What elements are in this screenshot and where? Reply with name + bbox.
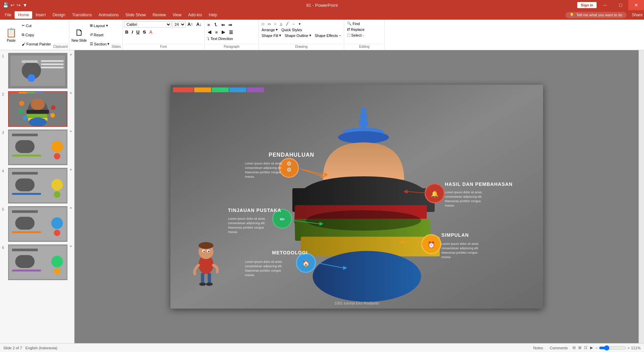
svg-text:Maecenas   porttitor   congue: Maecenas porttitor congue (245, 171, 281, 174)
slide-thumb-4[interactable] (8, 168, 67, 203)
slide-thumb-6[interactable] (8, 245, 67, 280)
view-slide-icon[interactable]: ⊞ (578, 346, 581, 350)
paste-button[interactable]: 📋 Paste (3, 21, 20, 48)
svg-rect-33 (12, 193, 41, 195)
shape-fill-button[interactable]: Shape Fill ▾ (260, 33, 283, 38)
share-button[interactable]: Share (632, 13, 643, 17)
numbering-button[interactable]: ⒈ (212, 21, 219, 28)
svg-text:Lorem ipsum dolor sit amet,: Lorem ipsum dolor sit amet, (441, 242, 479, 246)
bold-button[interactable]: B (124, 29, 130, 35)
view-presenter-icon[interactable]: ▶ (590, 346, 593, 350)
menu-addins[interactable]: Add-ins (185, 11, 206, 19)
zoom-out-button[interactable]: − (596, 346, 598, 350)
line-shape[interactable]: ╱ (285, 21, 290, 26)
decrease-font-button[interactable]: A↓ (195, 21, 203, 27)
zoom-level[interactable]: 111% (631, 346, 641, 350)
more-shapes[interactable]: ▾ (297, 21, 302, 26)
increase-indent-button[interactable]: ⇒ (227, 22, 233, 28)
font-name-select[interactable]: Calibri (124, 21, 171, 27)
section-button[interactable]: ☰ Section ▾ (88, 41, 111, 46)
roundrect-shape[interactable]: ▭ (266, 21, 272, 26)
align-right-button[interactable]: ⫸ (220, 29, 227, 36)
save-icon[interactable]: 💾 (3, 2, 8, 8)
oval-shape[interactable]: ○ (272, 21, 278, 26)
signin-button[interactable]: Sign in (577, 2, 597, 8)
rect-shape[interactable]: □ (260, 21, 266, 26)
strikethrough-button[interactable]: S (142, 29, 147, 35)
new-slide-button[interactable]: 🗋 New Slide (71, 21, 88, 48)
svg-point-121 (199, 282, 206, 286)
svg-rect-10 (19, 92, 27, 94)
menu-transitions[interactable]: Transitions (69, 11, 95, 19)
undo-icon[interactable]: ↩ (11, 2, 15, 8)
quick-access-toolbar[interactable]: 💾 ↩ ↪ ▼ (3, 2, 27, 8)
italic-button[interactable]: I (130, 29, 134, 35)
slide-star-2: ★ (69, 91, 72, 95)
quick-styles-button[interactable]: Quick Styles (280, 27, 303, 32)
minimize-button[interactable]: ─ (597, 0, 613, 10)
shape-outline-button[interactable]: Shape Outline ▾ (283, 33, 313, 38)
select-button[interactable]: ⬚ Select - (346, 33, 383, 38)
copy-button[interactable]: ⧉ Copy (20, 32, 53, 37)
language-indicator[interactable]: English (Indonesia) (25, 346, 57, 350)
view-normal-icon[interactable]: ⊟ (573, 346, 576, 350)
layout-button[interactable]: ⊞ Layout ▾ (88, 23, 111, 28)
customize-icon[interactable]: ▼ (23, 2, 27, 8)
arrange-button[interactable]: Arrange ▾ (260, 27, 279, 32)
close-button[interactable]: ✕ (628, 0, 644, 10)
window-controls[interactable]: ─ □ ✕ (597, 0, 644, 10)
align-center-button[interactable]: ≡ (214, 29, 219, 36)
maximize-button[interactable]: □ (613, 0, 628, 10)
view-reading-icon[interactable]: ☷ (584, 346, 587, 350)
menu-file[interactable]: File (1, 11, 15, 19)
svg-text:consectetuer   adipiscing   el: consectetuer adipiscing elit. (445, 195, 482, 198)
tri-shape[interactable]: △ (278, 21, 284, 26)
menu-review[interactable]: Review (149, 11, 169, 19)
find-label: Find (353, 22, 360, 26)
menu-help[interactable]: Help (205, 11, 221, 19)
replace-icon: ⇄ (347, 27, 350, 32)
bullets-button[interactable]: ≡ (206, 22, 211, 28)
slide-thumb-3[interactable] (8, 130, 67, 165)
increase-font-button[interactable]: A↑ (186, 21, 194, 27)
font-color-button[interactable]: A (148, 29, 154, 35)
menu-insert[interactable]: Insert (32, 11, 49, 19)
reset-button[interactable]: ↺ Reset (88, 32, 111, 37)
paragraph-group: ≡ ⒈ ⇐ ⇒ ⫷ ≡ ⫸ ☰ ⤵ Text Direction Paragra… (205, 20, 259, 50)
reset-label: Reset (94, 33, 104, 37)
new-slide-icon: 🗋 (75, 27, 84, 38)
zoom-slider[interactable] (599, 345, 626, 351)
comments-button[interactable]: Comments (548, 345, 570, 351)
font-size-select[interactable]: 24 (172, 21, 186, 27)
slide-thumb-1[interactable] (8, 53, 67, 89)
shape-outline-dropdown: ▾ (309, 33, 311, 38)
arrow-shape[interactable]: → (291, 21, 296, 26)
zoom-in-button[interactable]: + (627, 346, 629, 350)
cut-button[interactable]: ✂ Cut (20, 23, 53, 28)
slide-thumb-2[interactable] (8, 91, 67, 127)
shape-effects-button[interactable]: Shape Effects ~ (313, 33, 342, 38)
justify-button[interactable]: ☰ (228, 29, 234, 36)
align-left-button[interactable]: ⫷ (206, 29, 213, 36)
slide-canvas[interactable]: ⚙ ⚙ PENDAHULUAN Lorem ipsum dolor sit am… (170, 85, 543, 309)
decrease-indent-button[interactable]: ⇐ (220, 22, 226, 28)
slide-num-4: 4 (2, 168, 7, 173)
text-direction-button[interactable]: ⤵ Text Direction (206, 36, 257, 41)
menu-design[interactable]: Design (49, 11, 68, 19)
slide-row-5: 5 ★ (2, 206, 72, 242)
menu-animations[interactable]: Animations (95, 11, 122, 19)
tell-me-field[interactable]: 💡 Tell me what you want to do (565, 12, 626, 18)
canvas-area[interactable]: ⚙ ⚙ PENDAHULUAN Lorem ipsum dolor sit am… (75, 50, 639, 343)
replace-button[interactable]: ⇄ Replace (346, 27, 383, 32)
menu-home[interactable]: Home (15, 11, 32, 19)
slide-thumb-5[interactable] (8, 206, 67, 242)
notes-button[interactable]: Notes (531, 345, 545, 351)
right-scrollbar[interactable] (639, 50, 644, 343)
menu-slideshow[interactable]: Slide Show (122, 11, 149, 19)
format-painter-button[interactable]: 🖌 Format Painter (20, 42, 53, 46)
underline-button[interactable]: U (135, 29, 141, 35)
menu-view[interactable]: View (169, 11, 185, 19)
redo-icon[interactable]: ↪ (17, 2, 21, 8)
find-button[interactable]: 🔍 Find (346, 21, 383, 26)
svg-text:consectetuer   adipiscing   el: consectetuer adipiscing elit. (441, 247, 479, 250)
